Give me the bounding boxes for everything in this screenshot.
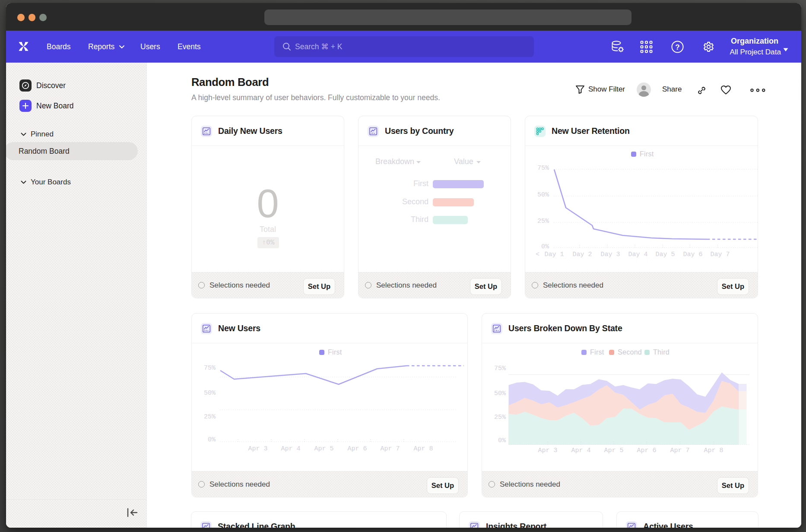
svg-text:?: ? bbox=[675, 43, 679, 51]
